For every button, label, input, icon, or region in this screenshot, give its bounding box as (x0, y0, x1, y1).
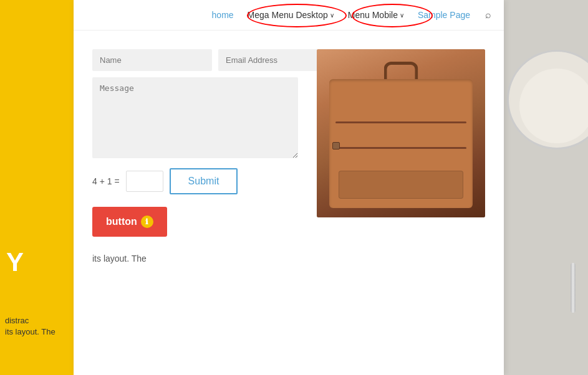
form-section: 4 + 1 = Submit button ℹ (92, 49, 298, 237)
layout-text: its layout. The (5, 327, 55, 336)
info-badge: ℹ (141, 216, 153, 228)
metal-object (571, 263, 576, 313)
custom-button[interactable]: button ℹ (92, 207, 167, 237)
name-input[interactable] (92, 49, 212, 71)
distrac-text: distrac (5, 316, 29, 325)
message-textarea[interactable] (92, 77, 298, 158)
image-section (317, 49, 485, 237)
plate-inner (519, 69, 588, 143)
nav-sample-page[interactable]: Sample Page (413, 7, 475, 22)
bag-image (317, 49, 485, 217)
bottom-text-content: its layout. The (92, 252, 485, 265)
submit-button[interactable]: Submit (170, 168, 238, 194)
captcha-equation: 4 + 1 = (92, 176, 120, 186)
nav-home[interactable]: home (207, 7, 239, 22)
mega-menu-chevron: ∨ (330, 12, 334, 19)
menu-mobile-label: Menu Mobile (348, 10, 398, 20)
navbar: home Mega Menu Desktop ∨ Menu Mobile ∨ S… (74, 0, 504, 31)
custom-button-label: button (106, 216, 137, 227)
captcha-input[interactable] (126, 171, 163, 192)
menu-mobile-chevron: ∨ (400, 12, 404, 19)
main-card: home Mega Menu Desktop ∨ Menu Mobile ∨ S… (74, 0, 504, 375)
yellow-bottom-text: distrac its layout. The (0, 315, 81, 338)
yellow-text-area: Y (0, 243, 81, 282)
nav-menu-mobile[interactable]: Menu Mobile ∨ (343, 7, 409, 22)
bottom-text: its layout. The (74, 252, 504, 265)
search-icon[interactable]: ⌕ (485, 9, 491, 21)
right-decoration (501, 0, 588, 375)
nav-mega-menu-desktop[interactable]: Mega Menu Desktop ∨ (243, 7, 339, 22)
form-row-name-email (92, 49, 298, 71)
captcha-row: 4 + 1 = Submit (92, 168, 298, 194)
content-area: 4 + 1 = Submit button ℹ (74, 37, 504, 249)
mega-menu-label: Mega Menu Desktop (248, 10, 328, 20)
yellow-letter: Y (6, 247, 24, 277)
